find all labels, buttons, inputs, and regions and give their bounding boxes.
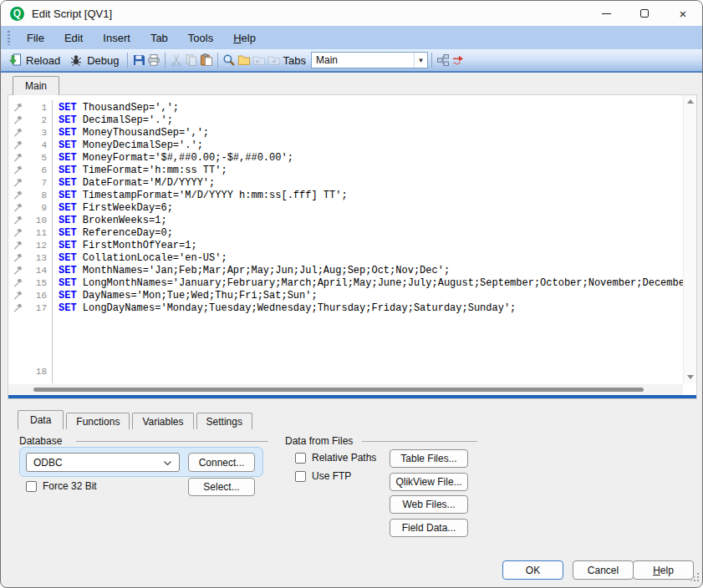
line-number: 3 [24, 128, 47, 138]
field-data-button[interactable]: Field Data... [390, 519, 468, 537]
hammer-icon[interactable] [13, 303, 24, 312]
tab-functions[interactable]: Functions [66, 413, 130, 429]
toolbar-separator [431, 53, 432, 68]
help-button[interactable]: Help [633, 560, 694, 580]
debug-bug-icon [69, 53, 84, 68]
line-number: 14 [24, 266, 47, 276]
table-files-button[interactable]: Table Files... [390, 449, 468, 468]
script-line[interactable]: 6 SET TimeFormat='h:mm:ss TT'; [8, 164, 683, 176]
hammer-icon[interactable] [13, 228, 24, 237]
window-controls: × [587, 1, 702, 26]
line-number: 13 [24, 253, 47, 263]
script-line[interactable]: 16 SET DayNames='Mon;Tue;Wed;Thu;Fri;Sat… [8, 289, 683, 302]
horizontal-scrollbar[interactable] [8, 384, 683, 395]
script-line[interactable]: 1 SET ThousandSep=','; [8, 101, 683, 114]
scroll-down-icon[interactable] [687, 375, 694, 379]
tool-pane-tabs: Data Functions Variables Settings [18, 410, 255, 429]
hammer-icon[interactable] [13, 241, 24, 250]
script-line[interactable]: 17 SET LongDayNames='Monday;Tuesday;Wedn… [8, 302, 683, 314]
dropdown-arrow-icon[interactable]: ▾ [414, 53, 427, 68]
find-button[interactable] [222, 53, 237, 68]
script-line[interactable]: 5 SET MoneyFormat='$#,##0.00;-$#,##0.00'… [8, 151, 683, 164]
menu-insert[interactable]: Insert [93, 32, 140, 44]
hammer-icon[interactable] [13, 178, 24, 187]
hammer-icon[interactable] [13, 253, 24, 262]
tab-selector-combobox[interactable]: Main ▾ [311, 52, 428, 68]
print-button[interactable] [146, 53, 161, 68]
syntax-check-button[interactable] [451, 53, 466, 68]
menu-file[interactable]: File [17, 32, 54, 44]
script-line[interactable]: 3 SET MoneyThousandSep=','; [8, 126, 683, 139]
web-files-button[interactable]: Web Files... [390, 495, 468, 514]
tab-settings[interactable]: Settings [196, 413, 252, 429]
select-button[interactable]: Select... [188, 478, 255, 496]
scroll-up-icon[interactable] [687, 99, 694, 104]
paste-button[interactable] [199, 53, 214, 68]
qlikview-file-button[interactable]: QlikView File... [390, 473, 468, 491]
open-folder-button[interactable] [237, 53, 252, 68]
script-line[interactable]: 12 SET FirstMonthOfYear=1; [8, 239, 683, 251]
hammer-icon[interactable] [13, 190, 24, 200]
hammer-icon[interactable] [13, 153, 24, 162]
hammer-icon[interactable] [13, 128, 24, 137]
reload-button[interactable]: Reload [3, 52, 64, 68]
database-combobox[interactable]: ODBC [26, 453, 180, 472]
script-line[interactable]: 14 SET MonthNames='Jan;Feb;Mar;Apr;May;J… [8, 264, 683, 276]
connect-button[interactable]: Connect... [188, 453, 255, 472]
tab-selector-value: Main [316, 54, 338, 66]
script-line[interactable]: 2 SET DecimalSep='.'; [8, 114, 683, 126]
tab-data[interactable]: Data [18, 410, 64, 429]
hammer-icon[interactable] [13, 203, 24, 212]
menu-grip-handle[interactable] [8, 31, 10, 45]
cancel-button[interactable]: Cancel [573, 560, 634, 580]
hammer-icon[interactable] [13, 103, 24, 112]
maximize-button[interactable] [625, 1, 664, 26]
menu-edit[interactable]: Edit [54, 32, 93, 44]
line-number: 4 [24, 140, 47, 150]
cut-button [169, 53, 184, 68]
hammer-icon[interactable] [13, 266, 24, 275]
script-tab-main[interactable]: Main [13, 76, 59, 95]
minimize-button[interactable] [587, 1, 625, 26]
line-number: 17 [24, 303, 47, 313]
vertical-scrollbar[interactable] [683, 95, 696, 383]
script-line[interactable]: 13 SET CollationLocale='en-US'; [8, 251, 683, 264]
use-ftp-checkbox[interactable] [295, 471, 306, 482]
save-button[interactable] [131, 53, 146, 68]
horizontal-scroll-thumb[interactable] [33, 388, 644, 392]
ok-button[interactable]: OK [502, 560, 563, 580]
tab-hierarchy-button[interactable] [436, 53, 451, 68]
script-code: SET MoneyFormat='$#,##0.00;-$#,##0.00'; [59, 152, 293, 164]
menu-tools[interactable]: Tools [178, 32, 223, 44]
script-line[interactable]: 15 SET LongMonthNames='January;February;… [8, 276, 683, 289]
hammer-icon[interactable] [13, 291, 24, 300]
title-bar[interactable]: Q Edit Script [QV1] × [1, 1, 702, 26]
force-32bit-checkbox[interactable] [26, 481, 37, 492]
script-line[interactable]: 7 SET DateFormat='M/D/YYYY'; [8, 176, 683, 189]
force-32bit-label: Force 32 Bit [43, 480, 97, 492]
script-code: SET MonthNames='Jan;Feb;Mar;Apr;May;Jun;… [59, 265, 450, 276]
script-line[interactable]: 11 SET ReferenceDay=0; [8, 226, 683, 239]
script-line[interactable]: 10 SET BrokenWeeks=1; [8, 214, 683, 226]
line-number: 10 [24, 215, 47, 226]
script-text-area[interactable]: 1 SET ThousandSep=','; 2 SET DecimalSep=… [8, 95, 683, 383]
menu-help[interactable]: Help [223, 32, 266, 44]
resize-grip[interactable] [690, 570, 700, 585]
hammer-icon[interactable] [13, 140, 24, 150]
script-line[interactable]: 4 SET MoneyDecimalSep='.'; [8, 139, 683, 151]
hammer-icon[interactable] [13, 215, 24, 225]
hammer-icon[interactable] [13, 115, 24, 124]
script-code: SET FirstMonthOfYear=1; [59, 240, 197, 251]
script-line[interactable]: 9 SET FirstWeekDay=6; [8, 201, 683, 214]
script-editor[interactable]: 1 SET ThousandSep=','; 2 SET DecimalSep=… [8, 94, 697, 399]
hammer-icon[interactable] [13, 278, 24, 287]
debug-button[interactable]: Debug [64, 52, 123, 68]
database-group-label: Database [19, 435, 62, 447]
close-button[interactable]: × [664, 1, 702, 26]
relative-paths-checkbox[interactable] [295, 453, 306, 464]
script-code: SET CollationLocale='en-US'; [59, 252, 227, 264]
menu-tab[interactable]: Tab [140, 32, 178, 44]
tab-variables[interactable]: Variables [132, 413, 193, 429]
script-line[interactable]: 8 SET TimestampFormat='M/D/YYYY h:mm:ss[… [8, 189, 683, 201]
hammer-icon[interactable] [13, 165, 24, 175]
